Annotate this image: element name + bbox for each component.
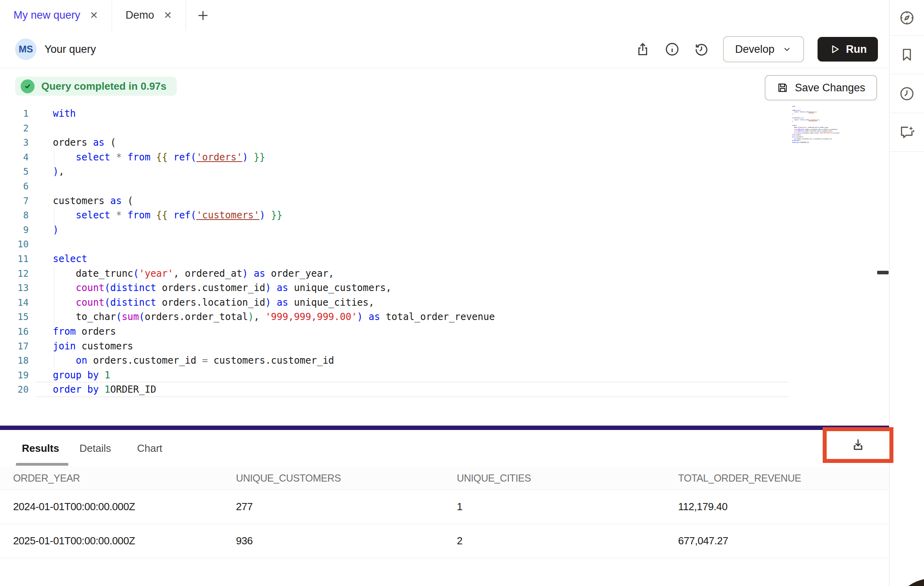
develop-dropdown[interactable]: Develop bbox=[723, 36, 804, 62]
history-icon bbox=[694, 41, 709, 57]
bookmarks-button[interactable] bbox=[889, 36, 924, 74]
code-line[interactable]: 13 count(distinct orders.customer_id) as… bbox=[0, 281, 789, 295]
line-number: 7 bbox=[0, 194, 29, 208]
check-circle-icon bbox=[21, 79, 35, 93]
tab-my-new-query[interactable]: My new query ✕ bbox=[0, 0, 112, 31]
code-line[interactable]: 11select bbox=[0, 252, 789, 266]
code-line[interactable]: 20order by 1ORDER_ID bbox=[0, 382, 789, 397]
save-changes-button[interactable]: Save Changes bbox=[765, 75, 877, 100]
column-header[interactable]: UNIQUE_CITIES bbox=[444, 472, 665, 484]
line-number: 16 bbox=[0, 324, 29, 339]
column-header[interactable]: ORDER_YEAR bbox=[0, 472, 223, 484]
main-area: My new query ✕ Demo ✕ MS Your query bbox=[0, 0, 889, 586]
line-number: 15 bbox=[0, 310, 29, 324]
line-number: 5 bbox=[0, 164, 29, 179]
develop-label: Develop bbox=[735, 43, 774, 56]
line-number: 1 bbox=[0, 106, 29, 121]
line-number: 13 bbox=[0, 281, 29, 295]
results-table: ORDER_YEARUNIQUE_CUSTOMERSUNIQUE_CITIEST… bbox=[0, 466, 889, 558]
code-line[interactable]: 20order by 1ORDER_ID bbox=[790, 142, 839, 144]
plus-icon bbox=[196, 9, 210, 22]
code-line[interactable]: 3orders as ( bbox=[0, 135, 789, 150]
download-annotation-highlight bbox=[823, 427, 893, 463]
history-button[interactable] bbox=[694, 41, 709, 57]
code-line[interactable]: 15 to_char(sum(orders.order_total), '999… bbox=[0, 310, 789, 324]
results-panel: Results Details Chart ORDER_YEARUNIQUE_C… bbox=[0, 430, 889, 586]
close-tab-icon[interactable]: ✕ bbox=[90, 10, 98, 20]
line-number: 3 bbox=[0, 135, 29, 150]
download-icon bbox=[850, 437, 866, 453]
table-row[interactable]: 2024-01-01T00:00:00.000Z2771112,179.40 bbox=[0, 490, 889, 524]
tab-label: Demo bbox=[126, 9, 154, 21]
code-line[interactable]: 2 bbox=[0, 121, 789, 136]
ai-comments-button[interactable] bbox=[889, 113, 924, 152]
share-icon bbox=[635, 41, 651, 57]
tab-chart[interactable]: Chart bbox=[137, 430, 162, 466]
code-line[interactable]: 17join customers bbox=[0, 339, 789, 354]
code-line[interactable]: 19group by 1 bbox=[0, 368, 789, 383]
code-line[interactable]: 9) bbox=[0, 223, 789, 237]
run-label: Run bbox=[846, 43, 867, 56]
tab-label: My new query bbox=[14, 9, 80, 21]
compass-icon bbox=[899, 10, 915, 26]
table-header-row: ORDER_YEARUNIQUE_CUSTOMERSUNIQUE_CITIEST… bbox=[0, 466, 889, 490]
code-line[interactable]: 14 count(distinct orders.location_id) as… bbox=[0, 295, 789, 310]
code-line[interactable]: 10 bbox=[0, 237, 789, 252]
info-icon bbox=[664, 41, 680, 57]
sql-editor[interactable]: Query completed in 0.97s Save Changes 1w… bbox=[0, 68, 889, 426]
code-line[interactable]: 7customers as ( bbox=[0, 194, 789, 208]
explore-button[interactable] bbox=[889, 0, 924, 36]
status-badge: Query completed in 0.97s bbox=[15, 77, 177, 96]
download-results-button[interactable] bbox=[850, 437, 866, 453]
run-button[interactable]: Run bbox=[818, 37, 878, 62]
save-icon bbox=[777, 82, 789, 94]
save-label: Save Changes bbox=[795, 82, 865, 94]
table-row[interactable]: 2025-01-01T00:00:00.000Z9362677,047.27 bbox=[0, 524, 889, 558]
query-header: MS Your query Develop bbox=[0, 31, 889, 68]
code-area[interactable]: 1with23orders as (4 select * from {{ ref… bbox=[0, 106, 789, 397]
minimap[interactable]: 1with23orders as (4 select * from {{ ref… bbox=[790, 106, 839, 144]
close-tab-icon[interactable]: ✕ bbox=[164, 10, 172, 20]
code-line[interactable]: 6 bbox=[0, 179, 789, 194]
info-button[interactable] bbox=[664, 41, 680, 57]
line-number: 18 bbox=[0, 353, 29, 368]
avatar: MS bbox=[15, 39, 37, 60]
line-number: 4 bbox=[0, 150, 29, 165]
tab-demo[interactable]: Demo ✕ bbox=[112, 0, 186, 31]
active-tab-underline bbox=[16, 463, 68, 466]
table-cell: 2 bbox=[444, 535, 665, 547]
share-button[interactable] bbox=[635, 41, 651, 57]
right-sidebar bbox=[889, 0, 924, 586]
line-number: 6 bbox=[0, 179, 29, 194]
table-cell: 277 bbox=[223, 501, 444, 513]
table-cell: 2024-01-01T00:00:00.000Z bbox=[0, 501, 223, 513]
code-line[interactable]: 16from orders bbox=[0, 324, 789, 339]
clock-icon bbox=[899, 85, 915, 102]
code-line[interactable]: 12 date_trunc('year', ordered_at) as ord… bbox=[0, 266, 789, 281]
code-line[interactable]: 18 on orders.customer_id = customers.cus… bbox=[0, 353, 789, 368]
page-title: Your query bbox=[44, 43, 96, 56]
line-number: 11 bbox=[0, 252, 29, 266]
history-panel-button[interactable] bbox=[889, 74, 924, 113]
line-number: 12 bbox=[0, 266, 29, 281]
tab-details[interactable]: Details bbox=[79, 430, 111, 466]
table-cell: 112,179.40 bbox=[665, 501, 889, 513]
table-cell: 1 bbox=[444, 501, 665, 513]
code-line[interactable]: 1with bbox=[0, 106, 789, 121]
column-header[interactable]: UNIQUE_CUSTOMERS bbox=[223, 472, 444, 484]
line-number: 14 bbox=[0, 295, 29, 310]
code-line[interactable]: 5), bbox=[0, 164, 789, 179]
line-number: 9 bbox=[0, 223, 29, 237]
line-number: 8 bbox=[0, 208, 29, 223]
panel-divider[interactable] bbox=[0, 426, 889, 430]
new-tab-button[interactable] bbox=[186, 0, 220, 31]
column-header[interactable]: TOTAL_ORDER_REVENUE bbox=[665, 472, 889, 484]
scrollbar-thumb[interactable] bbox=[877, 271, 889, 274]
tab-results[interactable]: Results bbox=[22, 430, 59, 466]
code-line[interactable]: 8 select * from {{ ref('customers') }} bbox=[0, 208, 789, 223]
line-number: 20 bbox=[0, 382, 29, 397]
table-cell: 677,047.27 bbox=[665, 535, 889, 547]
line-number: 2 bbox=[0, 121, 29, 136]
code-line[interactable]: 4 select * from {{ ref('orders') }} bbox=[0, 150, 789, 165]
table-cell: 936 bbox=[223, 535, 444, 547]
